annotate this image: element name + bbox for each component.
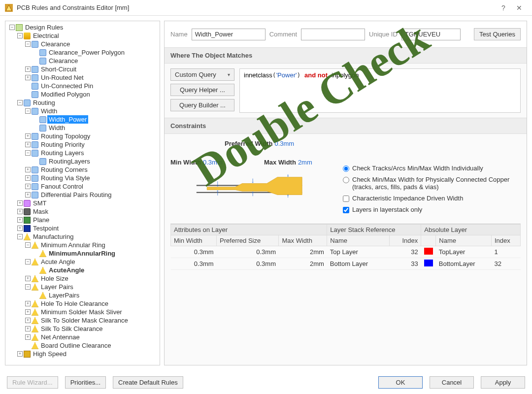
tree-routing[interactable]: Routing — [32, 98, 57, 107]
footer: Rule Wizard... Priorities... Create Defa… — [0, 370, 532, 394]
check-connected-radio[interactable]: Check Min/Max Width for Physically Conne… — [343, 176, 521, 191]
width-diagram: Preferred Width0.3mm Min Width0.3mm Max … — [170, 140, 328, 219]
layer-table[interactable]: Attributes on Layer Layer Stack Referenc… — [170, 224, 521, 270]
comment-input[interactable] — [301, 29, 365, 40]
rule-editor: Name Comment Unique ID Test Queries Wher… — [164, 21, 527, 365]
constraints-header: Constraints — [165, 118, 527, 134]
match-header: Where The Object Matches — [165, 47, 527, 64]
name-input[interactable] — [192, 29, 266, 40]
match-mode-dropdown[interactable]: Custom Query — [170, 68, 234, 81]
tree-electrical[interactable]: Electrical — [32, 32, 61, 40]
titlebar: PCB Rules and Constraints Editor [mm] ? … — [0, 0, 532, 16]
tree-root[interactable]: Design Rules — [24, 23, 65, 32]
rule-tree[interactable]: −Design Rules −Electrical −Clearance Cle… — [5, 21, 160, 365]
min-width-value[interactable]: 0.3mm — [203, 159, 223, 166]
table-row[interactable]: 0.3mm0.3mm2mmBottom Layer33BottomLayer32 — [171, 258, 521, 270]
query-builder-button[interactable]: Query Builder ... — [170, 99, 234, 111]
pref-width-value[interactable]: 0.3mm — [274, 140, 294, 147]
comment-label: Comment — [269, 31, 297, 38]
close-button[interactable]: ✕ — [511, 4, 527, 12]
name-label: Name — [170, 31, 188, 38]
query-helper-button[interactable]: Query Helper ... — [170, 84, 234, 96]
test-queries-button[interactable]: Test Queries — [474, 28, 521, 40]
ok-button[interactable]: OK — [378, 376, 423, 389]
tree-width-power[interactable]: Width_Power — [47, 115, 88, 124]
window-title: PCB Rules and Constraints Editor [mm] — [17, 4, 496, 11]
impedance-checkbox[interactable]: Characteristic Impedance Driven Width — [343, 195, 521, 202]
app-icon — [5, 4, 13, 12]
layerstack-checkbox[interactable]: Layers in layerstack only — [343, 206, 521, 213]
create-default-button[interactable]: Create Default Rules — [113, 376, 183, 389]
cancel-button[interactable]: Cancel — [430, 376, 474, 389]
id-label: Unique ID — [369, 31, 398, 38]
query-text[interactable]: innetclass('Power') and not inpolygon — [239, 68, 521, 113]
priorities-button[interactable]: Priorities... — [65, 376, 106, 389]
rule-wizard-button[interactable]: Rule Wizard... — [7, 376, 58, 389]
apply-button[interactable]: Apply — [481, 376, 525, 389]
max-width-value[interactable]: 2mm — [298, 159, 312, 166]
check-individually-radio[interactable]: Check Tracks/Arcs Min/Max Width Individu… — [343, 164, 521, 172]
id-input[interactable] — [401, 29, 461, 40]
table-row[interactable]: 0.3mm0.3mm2mmTop Layer32TopLayer1 — [171, 246, 521, 258]
help-button[interactable]: ? — [496, 4, 511, 12]
